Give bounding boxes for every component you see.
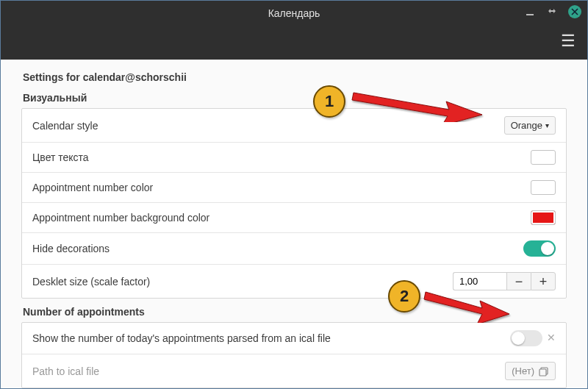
show-today-toggle[interactable] [510, 330, 542, 346]
settings-heading: Settings for calendar@schorschii [23, 71, 567, 83]
annotation-badge-1: 1 [313, 85, 345, 118]
appt-num-bg-label: Appointment number background color [32, 212, 209, 224]
chevron-down-icon: ▾ [545, 121, 549, 129]
calendar-style-label: Calendar style [32, 120, 98, 132]
text-color-swatch[interactable] [531, 150, 556, 165]
appt-num-color-label: Appointment number color [32, 182, 153, 193]
close-button[interactable] [568, 5, 581, 18]
stepper-minus-button[interactable]: − [506, 272, 531, 290]
menu-icon[interactable]: ☰ [561, 33, 576, 49]
minimize-button[interactable] [524, 6, 536, 18]
row-path-ical: Path to ical file (Нет) [22, 354, 566, 388]
annotation-badge-2: 2 [388, 280, 420, 313]
desklet-size-label: Desklet size (scale factor) [32, 276, 150, 288]
row-appt-num-bg: Appointment number background color [22, 203, 566, 233]
content-area: Settings for calendar@schorschii Визуаль… [1, 60, 587, 388]
section-visual-label: Визуальный [23, 92, 567, 104]
svg-rect-0 [526, 14, 534, 15]
toggle-knob [512, 332, 525, 345]
desklet-size-stepper: − + [453, 272, 556, 290]
calendar-style-value: Orange [511, 120, 542, 131]
hide-decorations-label: Hide decorations [32, 243, 110, 254]
panel-visual: Calendar style Orange ▾ Цвет текста Appo… [21, 108, 567, 299]
row-hide-decorations: Hide decorations [22, 233, 566, 265]
text-color-label: Цвет текста [32, 151, 89, 163]
window-title: Календарь [1, 1, 587, 19]
close-icon: ✕ [547, 332, 556, 343]
path-ical-label: Path to ical file [32, 365, 99, 377]
calendar-style-dropdown[interactable]: Orange ▾ [504, 116, 556, 135]
desklet-size-input[interactable] [453, 272, 506, 290]
appt-num-bg-swatch[interactable] [531, 210, 556, 225]
window-root: Календарь ☰ Settings for calendar@schors… [0, 0, 588, 389]
section-appts-label: Number of appointments [23, 306, 567, 318]
maximize-button[interactable] [546, 6, 558, 18]
row-calendar-style: Calendar style Orange ▾ [22, 109, 566, 143]
path-ical-button[interactable]: (Нет) [505, 362, 556, 380]
hide-decorations-toggle[interactable] [523, 240, 556, 257]
path-ical-value: (Нет) [512, 365, 534, 376]
row-show-today: Show the number of today's appointments … [22, 323, 566, 354]
panel-appts: Show the number of today's appointments … [21, 322, 567, 388]
stepper-plus-button[interactable]: + [531, 272, 556, 290]
titlebar: Календарь ☰ [1, 1, 587, 60]
row-text-color: Цвет текста [22, 143, 566, 173]
row-appt-num-color: Appointment number color [22, 173, 566, 203]
svg-rect-2 [539, 369, 546, 376]
toggle-knob [541, 242, 554, 255]
window-controls [524, 5, 581, 18]
show-today-label: Show the number of today's appointments … [32, 332, 331, 344]
appt-num-color-swatch[interactable] [531, 180, 556, 195]
row-desklet-size: Desklet size (scale factor) − + [22, 265, 566, 298]
folder-icon [539, 366, 549, 376]
